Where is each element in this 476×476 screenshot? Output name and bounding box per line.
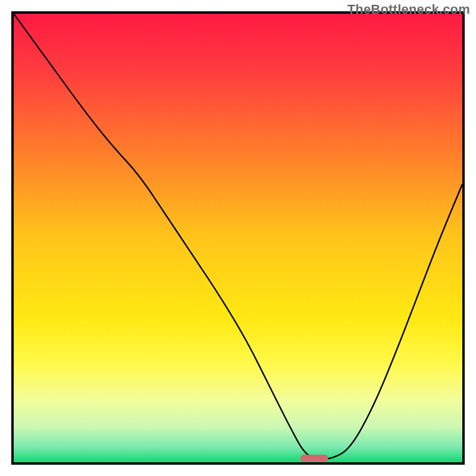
bottleneck-chart [0, 0, 476, 476]
optimal-range-marker [300, 455, 328, 462]
gradient-background [14, 14, 462, 462]
watermark-text: TheBottleneck.com [347, 2, 470, 17]
chart-container: TheBottleneck.com [0, 0, 476, 476]
